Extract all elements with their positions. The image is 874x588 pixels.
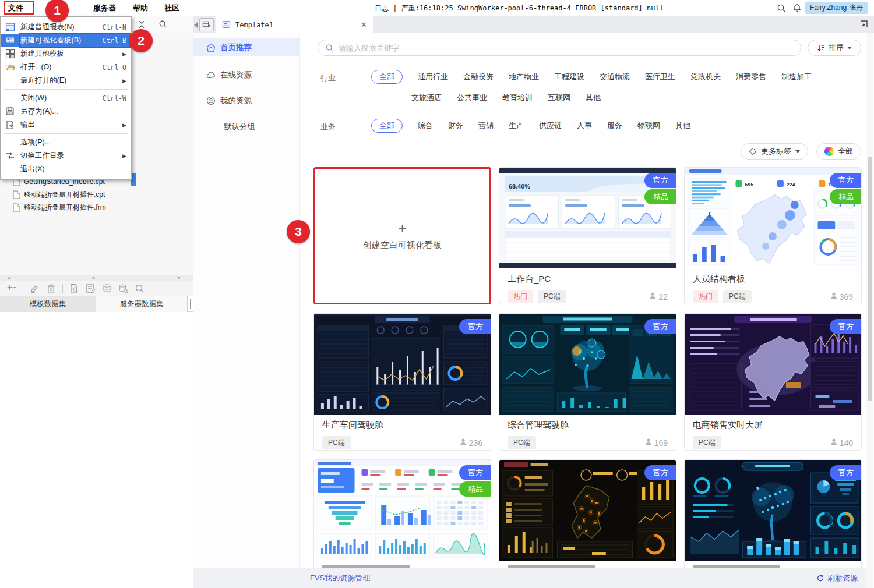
- menu-item-关闭(W)[interactable]: 关闭(W)Ctrl-W: [1, 91, 131, 105]
- filter-chip-物联网[interactable]: 物联网: [637, 121, 660, 131]
- bell-icon[interactable]: [792, 3, 802, 13]
- filter-chip-消费零售[interactable]: 消费零售: [736, 72, 766, 82]
- filter-chip-地产物业[interactable]: 地产物业: [509, 72, 539, 82]
- filter-chip-生产[interactable]: 生产: [509, 121, 524, 131]
- menu-item-新建其他模板[interactable]: 新建其他模板▶: [1, 47, 131, 61]
- search-dataset-icon[interactable]: [135, 284, 145, 293]
- gallery-search[interactable]: [318, 40, 801, 56]
- submenu-arrow-icon: ▶: [122, 51, 126, 57]
- template-card-row3-6[interactable]: 官方: [499, 459, 676, 568]
- menubar-item-5[interactable]: 社区: [164, 0, 179, 16]
- filter-chip-其他[interactable]: 其他: [586, 93, 601, 103]
- menu-item-另存为(A)...[interactable]: 另存为(A)...: [1, 105, 131, 118]
- sort-button[interactable]: 排序: [808, 40, 861, 56]
- edit-icon[interactable]: [30, 284, 40, 293]
- file-item[interactable]: 移动端折叠展开树插件.frm: [0, 201, 193, 213]
- sidebar-item-3[interactable]: 我的资源: [193, 91, 300, 109]
- create-blank-dashboard-card[interactable]: + 创建空白可视化看板: [313, 167, 491, 304]
- person-icon: [459, 438, 467, 448]
- menu-item-选项(P)...[interactable]: 选项(P)...: [1, 136, 131, 149]
- template-card-电商销售实时大屏[interactable]: 官方电商销售实时大屏PC端140: [684, 313, 862, 451]
- dataset-tab-2[interactable]: 服务器数据集: [96, 296, 188, 312]
- filter-chip-通用行业[interactable]: 通用行业: [418, 72, 448, 82]
- usage-count-value: 22: [658, 292, 668, 302]
- menu-item-最近打开的(E)[interactable]: 最近打开的(E)▶: [1, 74, 131, 87]
- filter-chip-文旅酒店[interactable]: 文旅酒店: [411, 93, 442, 103]
- filter-chip-互联网[interactable]: 互联网: [548, 93, 570, 103]
- tag-icon: [749, 147, 757, 155]
- menu-item-打开...(O)[interactable]: 打开...(O)Ctrl-O: [1, 61, 131, 74]
- menu-item-新建普通报表(N)[interactable]: 新建普通报表(N)Ctrl-N: [1, 20, 131, 34]
- search-input[interactable]: [339, 44, 794, 52]
- menu-shortcut: Ctrl-W: [102, 94, 126, 102]
- filter-chip-教育培训[interactable]: 教育培训: [502, 93, 533, 103]
- user-account-chip[interactable]: Fairy.Zhang-张丹: [805, 2, 868, 14]
- submenu-arrow-icon: ▶: [122, 122, 126, 128]
- filter-chip-医疗卫生[interactable]: 医疗卫生: [645, 72, 675, 82]
- menubar-item-3[interactable]: 服务器: [93, 0, 116, 16]
- badge-官方: 官方: [830, 319, 861, 334]
- template-card-综合管理驾驶舱[interactable]: 官方综合管理驾驶舱PC端169: [499, 313, 676, 451]
- menu-item-新建可视化看板(B)[interactable]: 新建可视化看板(B)Ctrl-B: [1, 34, 131, 47]
- panel-splitter[interactable]: ▲ = ▼: [0, 275, 193, 281]
- new-template-button[interactable]: [199, 18, 214, 31]
- template-card-row3-7[interactable]: 官方: [684, 459, 862, 568]
- menu-item-退出(X)[interactable]: 退出(X): [1, 162, 131, 176]
- filter-chip-供应链[interactable]: 供应链: [539, 121, 562, 131]
- filter-chip-工程建设[interactable]: 工程建设: [554, 72, 584, 82]
- card-caption: 人员结构看板热门PC端369: [685, 268, 861, 303]
- sidebar-item-1[interactable]: 首页推荐: [193, 38, 300, 56]
- fvs-resource-manager-link[interactable]: FVS我的资源管理: [310, 573, 370, 583]
- preview-data-icon[interactable]: [69, 284, 79, 293]
- add-dataset-icon[interactable]: [6, 284, 16, 293]
- filter-chip-交通物流[interactable]: 交通物流: [600, 72, 630, 82]
- db-connection-icon[interactable]: [102, 284, 112, 293]
- template-card-生产车间驾驶舱[interactable]: 官方生产车间驾驶舱PC端236: [313, 313, 491, 451]
- edit-dataset-icon[interactable]: [86, 284, 96, 293]
- filter-chip-制造加工[interactable]: 制造加工: [781, 72, 812, 82]
- filter-chip-财务[interactable]: 财务: [448, 121, 463, 131]
- tab-template1[interactable]: Template1 ✕: [216, 16, 373, 33]
- gallery-scrollbar[interactable]: [866, 33, 873, 588]
- tag-PC端: PC端: [693, 436, 721, 449]
- collapse-all-icon[interactable]: [138, 20, 146, 29]
- template-card-工作台_PC[interactable]: 68.40%官方精品工作台_PC热门PC端22: [499, 167, 676, 304]
- tree-search-icon[interactable]: [158, 20, 167, 29]
- scrollbar-thumb[interactable]: [868, 157, 872, 401]
- panel-divider[interactable]: [193, 16, 193, 588]
- filter-chip-服务[interactable]: 服务: [607, 121, 622, 131]
- divider-drag-handle[interactable]: [190, 299, 192, 309]
- search-icon[interactable]: [777, 3, 786, 13]
- dataset-tab-1[interactable]: 模板数据集: [0, 296, 96, 312]
- filter-chip-其他[interactable]: 其他: [675, 121, 690, 131]
- sidebar-item-4[interactable]: 默认分组: [193, 118, 300, 136]
- file-item[interactable]: 移动端折叠展开树插件.cpt: [0, 189, 193, 200]
- scroll-tabs-left-icon[interactable]: [194, 22, 198, 28]
- filter-chip-公共事业[interactable]: 公共事业: [457, 93, 487, 103]
- filter-chip-金融投资[interactable]: 金融投资: [463, 72, 494, 82]
- float-panel-icon[interactable]: [859, 19, 869, 29]
- filter-chip-党政机关[interactable]: 党政机关: [690, 72, 721, 82]
- menu-item-切换工作目录[interactable]: 切换工作目录▶: [1, 149, 131, 162]
- splitter-up-icon[interactable]: ▲: [7, 276, 12, 281]
- menubar-item-4[interactable]: 帮助: [133, 0, 148, 16]
- splitter-handle-icon[interactable]: =: [92, 276, 95, 281]
- filter-chip-综合[interactable]: 综合: [418, 121, 433, 131]
- filter-chip-全部[interactable]: 全部: [371, 119, 403, 133]
- filter-chip-全部[interactable]: 全部: [371, 70, 403, 84]
- color-filter-button[interactable]: 全部: [816, 143, 861, 160]
- splitter-down-icon[interactable]: ▼: [177, 276, 181, 281]
- template-card-row3-5[interactable]: 官方精品: [313, 459, 491, 568]
- card-title: 电商销售实时大屏: [693, 420, 853, 431]
- db-query-icon[interactable]: [118, 284, 128, 293]
- more-tags-button[interactable]: 更多标签: [741, 143, 808, 160]
- new-dashboard-icon: [5, 36, 15, 45]
- delete-icon[interactable]: [46, 284, 56, 293]
- filter-chip-人事[interactable]: 人事: [577, 121, 592, 131]
- template-card-人员结构看板[interactable]: 595224115官方精品人员结构看板热门PC端369: [684, 167, 862, 304]
- filter-chip-营销[interactable]: 营销: [478, 121, 494, 131]
- refresh-resources-link[interactable]: 刷新资源: [816, 573, 858, 583]
- menu-item-输出[interactable]: 输出▶: [1, 118, 131, 132]
- sidebar-item-2[interactable]: 在线资源: [193, 66, 300, 84]
- tab-close-icon[interactable]: ✕: [361, 21, 367, 29]
